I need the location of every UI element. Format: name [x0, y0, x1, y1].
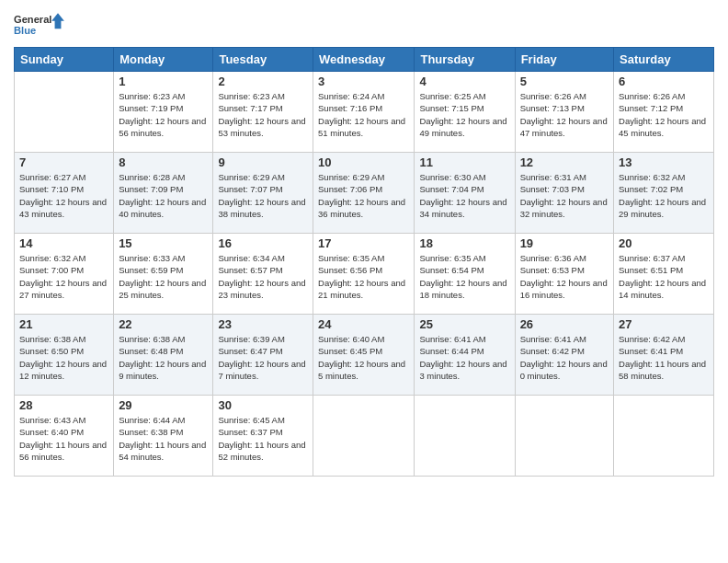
day-cell: 30Sunrise: 6:45 AM Sunset: 6:37 PM Dayli… — [213, 396, 313, 477]
day-info: Sunrise: 6:26 AM Sunset: 7:12 PM Dayligh… — [619, 90, 709, 139]
svg-marker-2 — [51, 13, 64, 29]
day-number: 5 — [520, 75, 609, 88]
week-row-5: 28Sunrise: 6:43 AM Sunset: 6:40 PM Dayli… — [15, 396, 714, 477]
day-number: 4 — [419, 75, 509, 88]
day-info: Sunrise: 6:41 AM Sunset: 6:42 PM Dayligh… — [520, 333, 609, 382]
weekday-header-wednesday: Wednesday — [313, 48, 415, 72]
day-info: Sunrise: 6:45 AM Sunset: 6:37 PM Dayligh… — [218, 414, 308, 463]
day-cell: 19Sunrise: 6:36 AM Sunset: 6:53 PM Dayli… — [515, 234, 613, 315]
day-info: Sunrise: 6:32 AM Sunset: 7:02 PM Dayligh… — [619, 171, 709, 220]
day-cell — [15, 72, 114, 153]
calendar-table: SundayMondayTuesdayWednesdayThursdayFrid… — [14, 47, 714, 477]
day-info: Sunrise: 6:23 AM Sunset: 7:19 PM Dayligh… — [119, 90, 208, 139]
day-cell: 15Sunrise: 6:33 AM Sunset: 6:59 PM Dayli… — [114, 234, 213, 315]
day-cell: 7Sunrise: 6:27 AM Sunset: 7:10 PM Daylig… — [15, 153, 114, 234]
day-info: Sunrise: 6:35 AM Sunset: 6:54 PM Dayligh… — [419, 252, 509, 301]
weekday-header-sunday: Sunday — [15, 48, 114, 72]
day-cell — [415, 396, 515, 477]
day-info: Sunrise: 6:34 AM Sunset: 6:57 PM Dayligh… — [218, 252, 308, 301]
day-info: Sunrise: 6:30 AM Sunset: 7:04 PM Dayligh… — [419, 171, 509, 220]
week-row-1: 1Sunrise: 6:23 AM Sunset: 7:19 PM Daylig… — [15, 72, 714, 153]
day-cell: 18Sunrise: 6:35 AM Sunset: 6:54 PM Dayli… — [415, 234, 515, 315]
day-number: 17 — [318, 236, 409, 250]
day-cell: 10Sunrise: 6:29 AM Sunset: 7:06 PM Dayli… — [313, 153, 415, 234]
day-cell: 13Sunrise: 6:32 AM Sunset: 7:02 PM Dayli… — [614, 153, 714, 234]
day-cell: 8Sunrise: 6:28 AM Sunset: 7:09 PM Daylig… — [114, 153, 213, 234]
day-cell: 24Sunrise: 6:40 AM Sunset: 6:45 PM Dayli… — [313, 315, 415, 396]
day-cell: 27Sunrise: 6:42 AM Sunset: 6:41 PM Dayli… — [614, 315, 714, 396]
weekday-header-saturday: Saturday — [614, 48, 714, 72]
week-row-4: 21Sunrise: 6:38 AM Sunset: 6:50 PM Dayli… — [15, 315, 714, 396]
day-info: Sunrise: 6:36 AM Sunset: 6:53 PM Dayligh… — [520, 252, 609, 301]
day-number: 11 — [419, 155, 509, 169]
day-cell: 11Sunrise: 6:30 AM Sunset: 7:04 PM Dayli… — [415, 153, 515, 234]
day-info: Sunrise: 6:43 AM Sunset: 6:40 PM Dayligh… — [19, 414, 108, 463]
day-cell: 16Sunrise: 6:34 AM Sunset: 6:57 PM Dayli… — [213, 234, 313, 315]
day-cell: 1Sunrise: 6:23 AM Sunset: 7:19 PM Daylig… — [114, 72, 213, 153]
day-info: Sunrise: 6:31 AM Sunset: 7:03 PM Dayligh… — [520, 171, 609, 220]
day-info: Sunrise: 6:38 AM Sunset: 6:50 PM Dayligh… — [19, 333, 108, 382]
day-number: 19 — [520, 236, 609, 250]
day-cell: 25Sunrise: 6:41 AM Sunset: 6:44 PM Dayli… — [415, 315, 515, 396]
day-number: 6 — [619, 75, 709, 88]
logo: General Blue — [14, 9, 69, 41]
day-info: Sunrise: 6:29 AM Sunset: 7:06 PM Dayligh… — [318, 171, 409, 220]
day-number: 28 — [19, 398, 108, 412]
day-cell — [515, 396, 613, 477]
day-info: Sunrise: 6:38 AM Sunset: 6:48 PM Dayligh… — [119, 333, 208, 382]
weekday-header-tuesday: Tuesday — [213, 48, 313, 72]
day-number: 22 — [119, 317, 208, 331]
day-number: 30 — [218, 398, 308, 412]
day-info: Sunrise: 6:25 AM Sunset: 7:15 PM Dayligh… — [419, 90, 509, 139]
day-info: Sunrise: 6:39 AM Sunset: 6:47 PM Dayligh… — [218, 333, 308, 382]
day-cell: 4Sunrise: 6:25 AM Sunset: 7:15 PM Daylig… — [415, 72, 515, 153]
day-number: 14 — [19, 236, 108, 250]
day-number: 10 — [318, 155, 409, 169]
day-info: Sunrise: 6:37 AM Sunset: 6:51 PM Dayligh… — [619, 252, 709, 301]
day-info: Sunrise: 6:42 AM Sunset: 6:41 PM Dayligh… — [619, 333, 709, 382]
day-number: 27 — [619, 317, 709, 331]
day-number: 13 — [619, 155, 709, 169]
day-cell: 23Sunrise: 6:39 AM Sunset: 6:47 PM Dayli… — [213, 315, 313, 396]
day-cell: 28Sunrise: 6:43 AM Sunset: 6:40 PM Dayli… — [15, 396, 114, 477]
day-number: 15 — [119, 236, 208, 250]
day-number: 26 — [520, 317, 609, 331]
day-cell: 14Sunrise: 6:32 AM Sunset: 7:00 PM Dayli… — [15, 234, 114, 315]
svg-text:Blue: Blue — [14, 24, 36, 35]
day-cell: 29Sunrise: 6:44 AM Sunset: 6:38 PM Dayli… — [114, 396, 213, 477]
week-row-2: 7Sunrise: 6:27 AM Sunset: 7:10 PM Daylig… — [15, 153, 714, 234]
weekday-header-thursday: Thursday — [415, 48, 515, 72]
day-cell: 6Sunrise: 6:26 AM Sunset: 7:12 PM Daylig… — [614, 72, 714, 153]
day-cell: 22Sunrise: 6:38 AM Sunset: 6:48 PM Dayli… — [114, 315, 213, 396]
weekday-header-monday: Monday — [114, 48, 213, 72]
day-number: 23 — [218, 317, 308, 331]
day-info: Sunrise: 6:23 AM Sunset: 7:17 PM Dayligh… — [218, 90, 308, 139]
day-cell: 2Sunrise: 6:23 AM Sunset: 7:17 PM Daylig… — [213, 72, 313, 153]
day-cell: 17Sunrise: 6:35 AM Sunset: 6:56 PM Dayli… — [313, 234, 415, 315]
day-cell: 3Sunrise: 6:24 AM Sunset: 7:16 PM Daylig… — [313, 72, 415, 153]
day-number: 2 — [218, 75, 308, 88]
day-number: 18 — [419, 236, 509, 250]
day-info: Sunrise: 6:44 AM Sunset: 6:38 PM Dayligh… — [119, 414, 208, 463]
day-number: 24 — [318, 317, 409, 331]
logo-svg: General Blue — [14, 9, 69, 41]
header: General Blue — [14, 9, 714, 41]
day-info: Sunrise: 6:28 AM Sunset: 7:09 PM Dayligh… — [119, 171, 208, 220]
day-cell — [614, 396, 714, 477]
day-cell — [313, 396, 415, 477]
day-info: Sunrise: 6:26 AM Sunset: 7:13 PM Dayligh… — [520, 90, 609, 139]
day-cell: 21Sunrise: 6:38 AM Sunset: 6:50 PM Dayli… — [15, 315, 114, 396]
week-row-3: 14Sunrise: 6:32 AM Sunset: 7:00 PM Dayli… — [15, 234, 714, 315]
day-number: 25 — [419, 317, 509, 331]
day-info: Sunrise: 6:27 AM Sunset: 7:10 PM Dayligh… — [19, 171, 108, 220]
day-cell: 26Sunrise: 6:41 AM Sunset: 6:42 PM Dayli… — [515, 315, 613, 396]
day-info: Sunrise: 6:24 AM Sunset: 7:16 PM Dayligh… — [318, 90, 409, 139]
day-number: 12 — [520, 155, 609, 169]
day-cell: 9Sunrise: 6:29 AM Sunset: 7:07 PM Daylig… — [213, 153, 313, 234]
weekday-header-friday: Friday — [515, 48, 613, 72]
day-info: Sunrise: 6:35 AM Sunset: 6:56 PM Dayligh… — [318, 252, 409, 301]
page: General Blue SundayMondayTuesdayWednesda… — [0, 0, 728, 563]
day-number: 21 — [19, 317, 108, 331]
day-number: 1 — [119, 75, 208, 88]
day-cell: 20Sunrise: 6:37 AM Sunset: 6:51 PM Dayli… — [614, 234, 714, 315]
